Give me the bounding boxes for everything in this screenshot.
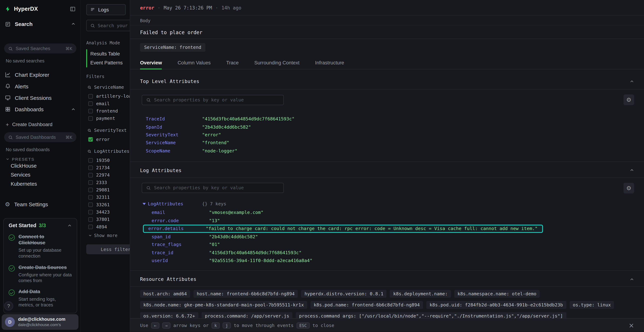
- resource-tag[interactable]: k8s.pod.name: frontend-6b6c8d7bfd-ng894: [310, 301, 423, 309]
- attribute-key[interactable]: span_id: [152, 234, 209, 239]
- checkbox[interactable]: [88, 188, 93, 192]
- resource-tag[interactable]: k8s.pod.uid: f284fb2d-a0b3-4634-991b-e2c…: [426, 301, 566, 309]
- less-filters-button[interactable]: Less filters: [86, 244, 130, 254]
- attribute-key[interactable]: SpanId: [146, 124, 202, 130]
- filter-option[interactable]: 22974: [88, 171, 130, 178]
- checkbox[interactable]: [88, 217, 93, 222]
- preset-kubernetes[interactable]: Kubernetes: [0, 180, 80, 188]
- attribute-value[interactable]: "92a55156-39a4-11f0-8ddd-a2eca416a8a4": [209, 258, 312, 263]
- attribute-key[interactable]: ServiceName: [146, 140, 202, 146]
- checkbox[interactable]: [88, 165, 93, 170]
- attribute-value[interactable]: "error": [202, 132, 221, 138]
- attribute-key[interactable]: email: [152, 210, 209, 215]
- caret-down-icon[interactable]: [142, 203, 146, 205]
- filter-option[interactable]: 34423: [88, 208, 130, 216]
- filter-option[interactable]: 21734: [88, 164, 130, 171]
- attribute-value[interactable]: "13": [209, 218, 220, 223]
- attribute-value[interactable]: "frontend": [202, 140, 229, 146]
- sidebar-item-client-sessions[interactable]: Client Sessions: [0, 92, 80, 104]
- show-more-toggle[interactable]: Show more: [88, 233, 130, 238]
- resource-tag[interactable]: hyperdx.distro.version: 0.8.1: [301, 290, 387, 298]
- filter-option[interactable]: 33261: [88, 201, 130, 208]
- sidebar-item-team-settings[interactable]: ⚙ Team Settings: [0, 198, 80, 210]
- body-value[interactable]: Failed to place order: [130, 26, 644, 39]
- tab-infrastructure[interactable]: Infrastructure: [315, 57, 344, 69]
- chevron-up-icon[interactable]: [71, 107, 76, 112]
- checkbox[interactable]: [88, 195, 93, 199]
- checkbox[interactable]: [88, 158, 93, 162]
- collapse-section-icon[interactable]: [630, 79, 634, 84]
- attribute-key[interactable]: userId: [152, 258, 209, 263]
- saved-searches-input[interactable]: ⌘K: [4, 44, 76, 53]
- help-button[interactable]: ?: [4, 302, 13, 310]
- resource-tag[interactable]: k8s.namespace.name: otel-demo: [454, 290, 540, 298]
- event-search-field[interactable]: [98, 23, 130, 28]
- attribute-value[interactable]: "2b43d0c4dd6bc582": [202, 124, 251, 130]
- tab-overview[interactable]: Overview: [140, 57, 162, 69]
- checkbox[interactable]: [88, 108, 93, 113]
- filter-option[interactable]: error: [88, 136, 130, 143]
- source-selector[interactable]: Logs: [86, 4, 126, 15]
- mode-event-patterns[interactable]: Event Patterns: [87, 58, 130, 68]
- attribute-value[interactable]: "vmoses@example.com": [209, 210, 264, 215]
- chevron-up-icon[interactable]: [71, 22, 76, 26]
- saved-dashboards-field[interactable]: [16, 135, 62, 140]
- checkbox[interactable]: [88, 172, 93, 177]
- attribute-key[interactable]: trace_id: [152, 250, 209, 256]
- saved-dashboards-input[interactable]: ⌘K: [4, 132, 76, 142]
- checkbox[interactable]: [88, 101, 93, 106]
- tab-trace[interactable]: Trace: [226, 57, 239, 69]
- get-started-item[interactable]: Create Data Sources Configure where your…: [8, 264, 72, 284]
- preset-services[interactable]: Services: [0, 170, 80, 180]
- saved-searches-field[interactable]: [16, 46, 62, 51]
- event-search-input[interactable]: [86, 20, 130, 31]
- resource-tag[interactable]: os.type: linux: [570, 301, 614, 309]
- attribute-value[interactable]: "4156d3fbc40a64854d9dc7f68641593c": [202, 116, 295, 122]
- chevron-up-icon[interactable]: [68, 223, 72, 228]
- filter-group-severitytext[interactable]: SeverityText: [88, 128, 130, 133]
- checkbox[interactable]: [88, 210, 93, 214]
- attribute-key[interactable]: trace_flags: [152, 242, 209, 248]
- mode-results-table[interactable]: Results Table: [87, 49, 130, 58]
- properties-search-field[interactable]: [154, 97, 279, 102]
- resource-tag[interactable]: k8s.deployment.name:: [390, 290, 451, 298]
- checkbox[interactable]: [88, 202, 93, 207]
- checkbox-checked[interactable]: [88, 137, 93, 142]
- resource-tag[interactable]: host.arch: amd64: [140, 290, 190, 298]
- attribute-key[interactable]: ScopeName: [146, 148, 202, 154]
- filter-option[interactable]: 29081: [88, 186, 130, 193]
- attribute-key[interactable]: SeverityText: [146, 132, 202, 138]
- attribute-value[interactable]: "failed to charge card: could not charge…: [206, 226, 538, 231]
- properties-search-field[interactable]: [154, 186, 279, 191]
- filter-option[interactable]: 19350: [88, 156, 130, 164]
- attribute-value[interactable]: "4156d3fbc40a64854d9dc7f68641593c": [209, 250, 302, 256]
- checkbox[interactable]: [88, 116, 93, 120]
- resource-tag[interactable]: host.name: frontend-6b6c8d7bfd-ng894: [194, 290, 298, 298]
- service-name-chip[interactable]: ServiceName: frontend: [140, 43, 205, 52]
- checkbox[interactable]: [88, 180, 93, 184]
- attribute-value[interactable]: "01": [209, 242, 220, 248]
- get-started-item[interactable]: Connect to ClickHouse Set up your databa…: [8, 234, 72, 259]
- tab-surrounding-context[interactable]: Surrounding Context: [254, 57, 300, 69]
- sidebar-section-search[interactable]: Search: [0, 16, 80, 32]
- collapse-section-icon[interactable]: [630, 277, 634, 282]
- sidebar-item-chart-explorer[interactable]: Chart Explorer: [0, 69, 80, 80]
- sidebar-item-alerts[interactable]: Alerts: [0, 80, 80, 92]
- filter-option[interactable]: artillery-loadgen: [88, 92, 130, 100]
- checkbox[interactable]: [88, 94, 93, 98]
- filter-option[interactable]: 37801: [88, 216, 130, 223]
- properties-search-input[interactable]: [142, 183, 284, 193]
- create-dashboard-button[interactable]: + Create Dashboard: [0, 120, 80, 129]
- attribute-key[interactable]: error.code: [152, 218, 209, 223]
- settings-gear-button[interactable]: ⚙: [624, 94, 634, 105]
- filter-option[interactable]: 32311: [88, 193, 130, 201]
- user-menu[interactable]: D dale@clickhouse.com dale@clickhouse.co…: [2, 314, 78, 330]
- presets-toggle[interactable]: PRESETS: [6, 157, 75, 161]
- attribute-key[interactable]: error.details: [148, 226, 206, 231]
- resource-tag[interactable]: k8s.node.name: gke-pme-k8s-standard-main…: [140, 301, 307, 309]
- properties-search-input[interactable]: [142, 95, 284, 105]
- attribute-value[interactable]: "node-logger": [202, 148, 238, 154]
- preset-clickhouse[interactable]: ClickHouse: [0, 161, 80, 170]
- log-attributes-root-key[interactable]: LogAttributes: [142, 201, 202, 206]
- attribute-key[interactable]: TraceId: [146, 116, 202, 122]
